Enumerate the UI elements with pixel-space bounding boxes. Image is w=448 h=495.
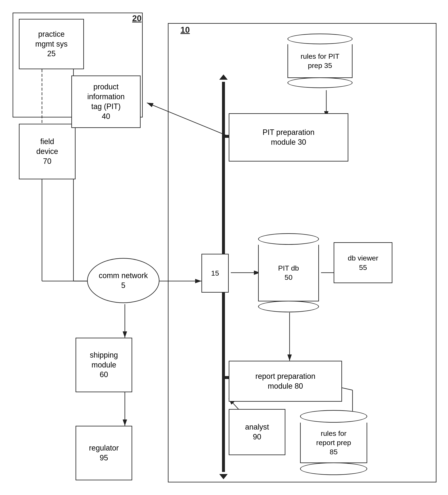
comm-network-label: comm network5 <box>99 271 148 290</box>
product-info-tag-box: productinformationtag (PIT)40 <box>71 76 140 128</box>
report-preparation-label: report preparationmodule 80 <box>255 371 315 391</box>
interface-15-box: 15 <box>201 254 229 293</box>
regulator-box: regulator95 <box>76 426 132 480</box>
analyst-label: analyst90 <box>245 422 269 442</box>
db-viewer-label: db viewer55 <box>348 253 378 272</box>
product-info-tag-label: productinformationtag (PIT)40 <box>87 82 125 121</box>
rules-report-prep-cylinder: rules forreport prep85 <box>300 410 367 475</box>
shipping-module-box: shippingmodule60 <box>76 338 132 392</box>
report-preparation-box: report preparationmodule 80 <box>229 361 342 402</box>
rules-pit-prep-label: rules for PITprep 35 <box>300 52 339 70</box>
pit-db-label: PIT db50 <box>278 263 299 282</box>
interface-15-label: 15 <box>211 268 219 278</box>
field-device-label: fielddevice70 <box>36 137 58 166</box>
field-device-box: fielddevice70 <box>19 124 76 179</box>
label-20: 20 <box>132 14 142 23</box>
analyst-box: analyst90 <box>229 409 285 455</box>
db-viewer-box: db viewer55 <box>334 242 392 283</box>
label-10: 10 <box>181 25 190 35</box>
rules-report-prep-label: rules forreport prep85 <box>316 429 351 457</box>
pit-preparation-label: PIT preparationmodule 30 <box>263 127 314 147</box>
comm-network-ellipse: comm network5 <box>87 258 159 303</box>
regulator-label: regulator95 <box>89 443 119 463</box>
practice-mgmt-sys-label: practicemgmt sys25 <box>35 29 68 59</box>
practice-mgmt-sys-box: practicemgmt sys25 <box>19 19 84 69</box>
shipping-module-label: shippingmodule60 <box>90 350 118 380</box>
pit-db-cylinder: PIT db50 <box>258 233 319 313</box>
rules-pit-prep-cylinder: rules for PITprep 35 <box>287 34 352 88</box>
pit-preparation-box: PIT preparationmodule 30 <box>229 113 348 162</box>
diagram-container: 20 10 practicemgmt sys25 fielddevice70 p… <box>0 0 448 495</box>
